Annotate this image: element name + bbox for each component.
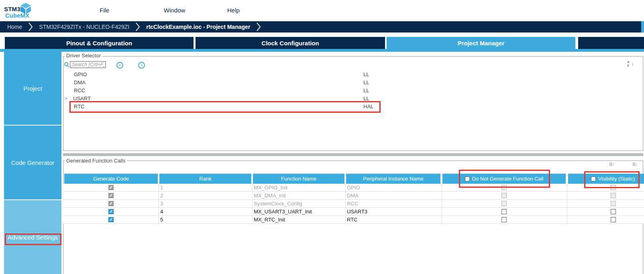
expand-chevron-icon[interactable]: > — [65, 95, 67, 103]
rank-cell: 2 — [160, 192, 163, 200]
menu-file[interactable]: File — [100, 7, 109, 14]
sidebar-item-advanced-settings[interactable]: Advanced Settings — [4, 200, 61, 274]
driver-value: HAL — [363, 103, 373, 111]
sort-descending-icon[interactable]: ≣↓ — [632, 161, 638, 167]
column-header-function-name[interactable]: Function Name — [253, 174, 344, 184]
table-row-usart3[interactable]: 4 MX_USART3_UART_Init USART3 — [63, 208, 644, 216]
column-header-peripheral-instance-name[interactable]: Peripheral Instance Name — [346, 174, 440, 184]
column-header-label: Rank — [199, 176, 211, 182]
column-header-rank[interactable]: Rank — [159, 174, 251, 184]
function-name-cell: MX_RTC_Init — [254, 216, 285, 224]
table-row-rcc[interactable]: 3 SystemClock_Config RCC — [63, 200, 644, 208]
column-separator — [159, 184, 159, 224]
peripheral-cell: RCC — [347, 200, 358, 208]
driver-row-dma[interactable]: DMA LL — [63, 79, 643, 87]
do-not-generate-checkbox[interactable] — [501, 209, 507, 214]
function-name-cell: MX_DMA_Init — [254, 192, 286, 200]
table-row-gpio[interactable]: 1 MX_GPIO_Init GPIO — [63, 184, 644, 192]
search-icon — [64, 62, 69, 69]
generate-code-checkbox[interactable] — [108, 217, 114, 222]
chevron-right-icon — [28, 22, 33, 32]
generate-code-checkbox[interactable] — [108, 185, 114, 190]
do-not-generate-checkbox[interactable] — [501, 217, 507, 222]
sort-alphabetical-icon[interactable]: AZ↓ — [627, 60, 637, 68]
tab-project-manager[interactable]: Project Manager — [387, 37, 575, 49]
do-not-generate-checkbox[interactable] — [501, 201, 507, 206]
column-header-label: Visibility (Static) — [598, 176, 635, 182]
rank-cell: 5 — [160, 216, 163, 224]
sidebar-item-code-generator[interactable]: Code Generator — [4, 126, 61, 199]
generate-code-checkbox[interactable] — [108, 193, 114, 198]
driver-row-usart[interactable]: > USART LL — [63, 95, 643, 103]
breadcrumb-edge-accent — [641, 21, 644, 32]
rank-cell: 3 — [160, 200, 163, 208]
do-not-generate-header-checkbox[interactable] — [465, 177, 470, 181]
do-not-generate-checkbox[interactable] — [501, 193, 507, 198]
sidebar-item-label: Project — [23, 85, 42, 92]
table-row-rtc[interactable]: 5 MX_RTC_Init RTC — [63, 216, 644, 224]
sort-ascending-icon[interactable]: ≣↑ — [609, 161, 614, 167]
driver-value: LL — [363, 87, 369, 95]
tab-empty[interactable] — [578, 37, 644, 49]
driver-value: LL — [363, 95, 369, 103]
active-tab-strip — [0, 49, 644, 52]
column-header-generate-code[interactable]: Generate Code — [64, 174, 158, 184]
search-next-button[interactable]: › — [138, 62, 145, 69]
sidebar-item-label: Code Generator — [11, 159, 55, 166]
generate-code-checkbox[interactable] — [108, 209, 114, 214]
driver-value: LL — [363, 71, 369, 79]
visibility-header-checkbox[interactable] — [591, 177, 596, 181]
tab-pinout-configuration[interactable]: Pinout & Configuration — [5, 37, 194, 49]
tab-clock-configuration[interactable]: Clock Configuration — [196, 37, 385, 49]
breadcrumb-mcu-board[interactable]: STM32F429ZITx - NUCLEO-F429ZI — [39, 24, 129, 30]
driver-selector-title: Driver Selector — [65, 53, 102, 59]
driver-name: GPIO — [74, 71, 87, 79]
peripheral-cell: DMA — [347, 192, 359, 200]
driver-name: DMA — [74, 79, 86, 87]
horizontal-splitter[interactable] — [63, 153, 643, 156]
function-name-cell: MX_USART3_UART_Init — [254, 208, 312, 216]
peripheral-cell: USART3 — [347, 208, 367, 216]
visibility-checkbox[interactable] — [611, 193, 616, 198]
function-name-cell: MX_GPIO_Init — [254, 184, 287, 192]
driver-row-rtc[interactable]: RTC HAL — [63, 103, 643, 111]
driver-row-rcc[interactable]: RCC LL — [63, 87, 643, 95]
column-header-label: Generate Code — [93, 176, 129, 182]
column-separator — [442, 184, 442, 224]
driver-value: LL — [363, 79, 369, 87]
visibility-checkbox[interactable] — [611, 217, 616, 222]
breadcrumb-current-project[interactable]: rtcClockExample.ioc - Project Manager — [146, 24, 250, 30]
breadcrumb-home[interactable]: Home — [7, 24, 22, 30]
column-header-label: Do Not Generate Function Call — [472, 176, 544, 182]
sidebar-item-project[interactable]: Project — [4, 52, 61, 125]
peripheral-cell: RTC — [347, 216, 357, 224]
search-input[interactable] — [70, 61, 106, 68]
chevron-right-icon — [256, 22, 261, 32]
search-previous-button[interactable]: ‹ — [116, 62, 123, 69]
visibility-checkbox[interactable] — [611, 185, 616, 190]
do-not-generate-checkbox[interactable] — [501, 185, 507, 190]
chevron-right-icon — [135, 22, 140, 32]
function-name-cell: SystemClock_Config — [254, 200, 302, 208]
column-separator — [252, 184, 253, 224]
project-manager-sidebar: Project Code Generator Advanced Settings — [4, 52, 61, 274]
sidebar-item-label: Advanced Settings — [8, 234, 58, 241]
column-header-visibility-static[interactable]: Visibility (Static) — [568, 174, 644, 184]
column-header-label: Function Name — [281, 176, 316, 182]
menu-help[interactable]: Help — [227, 7, 240, 14]
column-separator — [345, 184, 346, 224]
driver-name: RCC — [74, 87, 85, 95]
table-row-dma[interactable]: 2 MX_DMA_Init DMA — [63, 192, 644, 200]
peripheral-cell: GPIO — [347, 184, 360, 192]
driver-name: RTC — [74, 103, 84, 111]
visibility-checkbox[interactable] — [611, 201, 616, 206]
breadcrumb: Home STM32F429ZITx - NUCLEO-F429ZI rtcCl… — [0, 21, 644, 32]
column-separator — [567, 184, 567, 224]
driver-row-gpio[interactable]: GPIO LL — [63, 71, 643, 79]
menu-window[interactable]: Window — [164, 7, 185, 14]
generated-function-calls-title: Generated Function Calls — [65, 158, 127, 164]
generate-code-checkbox[interactable] — [108, 201, 114, 206]
top-bar: STM32 CubeMX File Window Help — [0, 0, 644, 21]
column-header-do-not-generate-function-call[interactable]: Do Not Generate Function Call — [442, 174, 566, 184]
visibility-checkbox[interactable] — [611, 209, 616, 214]
